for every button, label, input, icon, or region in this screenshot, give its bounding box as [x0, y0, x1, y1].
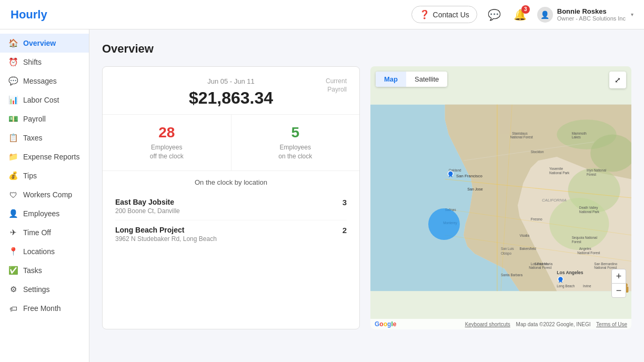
- topnav: Hourly ❓ Contact Us 💬 🔔 3 👤 Bonnie Roske…: [0, 0, 644, 29]
- app-logo: Hourly: [11, 8, 47, 22]
- sidebar-label-settings: Settings: [23, 285, 50, 294]
- avatar: 👤: [537, 7, 553, 23]
- location-details: East Bay Jobsite 200 Boone Ct, Danville: [115, 198, 180, 215]
- contact-us-button[interactable]: ❓ Contact Us: [411, 6, 477, 23]
- location-count: 2: [343, 226, 347, 235]
- svg-text:San Jose: San Jose: [467, 187, 483, 192]
- sidebar-label-shifts: Shifts: [23, 58, 42, 66]
- sidebar-item-workers-comp[interactable]: 🛡 Workers Comp: [0, 185, 89, 204]
- sidebar-item-locations[interactable]: 📍 Locations: [0, 242, 89, 261]
- svg-text:Salinas: Salinas: [445, 208, 456, 212]
- expand-icon: ⤢: [615, 76, 621, 84]
- sidebar-label-messages: Messages: [23, 77, 57, 85]
- zoom-in-button[interactable]: +: [611, 269, 626, 284]
- location-name: East Bay Jobsite: [115, 198, 180, 206]
- svg-text:Bakersfield: Bakersfield: [519, 247, 536, 250]
- svg-text:Los Padres: Los Padres: [531, 262, 548, 266]
- off-clock-label: Employeesoff the clock: [111, 143, 223, 161]
- user-menu[interactable]: 👤 Bonnie Roskes Owner - ABC Solutions In…: [537, 7, 633, 23]
- sidebar-label-tasks: Tasks: [23, 266, 42, 275]
- payroll-amount: $21,863.34: [115, 88, 347, 108]
- user-name: Bonnie Roskes: [557, 7, 626, 15]
- employee-stats: 28 Employeesoff the clock 5 Employeeson …: [103, 115, 359, 171]
- map-footer-info: Keyboard shortcuts Map data ©2022 Google…: [465, 321, 627, 327]
- svg-text:Yosemite: Yosemite: [549, 167, 563, 170]
- messages-icon-button[interactable]: 💬: [486, 6, 503, 23]
- svg-text:Santa Barbara: Santa Barbara: [501, 273, 522, 277]
- terms-of-use-link[interactable]: Terms of Use: [596, 321, 627, 327]
- map-tab-map[interactable]: Map: [376, 72, 406, 87]
- sidebar-item-payroll[interactable]: 💵 Payroll: [0, 109, 89, 128]
- on-clock-label: Employeeson the clock: [240, 143, 351, 161]
- map-tab-satellite[interactable]: Satellite: [406, 72, 447, 87]
- person-icon: 👤: [540, 11, 549, 19]
- off-clock-stat: 28 Employeesoff the clock: [103, 115, 232, 170]
- svg-text:National Park: National Park: [579, 210, 600, 214]
- page-title: Overview: [102, 42, 631, 56]
- svg-text:San Bernardino: San Bernardino: [594, 262, 618, 266]
- location-row: East Bay Jobsite 200 Boone Ct, Danville …: [115, 193, 347, 220]
- zoom-out-button[interactable]: −: [611, 283, 626, 298]
- sidebar-item-time-off[interactable]: ✈ Time Off: [0, 223, 89, 242]
- sidebar-item-expense-reports[interactable]: 📁 Expense Reports: [0, 147, 89, 166]
- google-logo: Google: [375, 320, 396, 328]
- sidebar-label-tips: Tips: [23, 172, 37, 180]
- folder-icon: 📁: [8, 152, 18, 162]
- svg-text:Death Valley: Death Valley: [579, 206, 598, 210]
- svg-text:San Francisco: San Francisco: [456, 174, 482, 178]
- svg-text:Monterey: Monterey: [443, 221, 457, 225]
- sidebar-item-shifts[interactable]: ⏰ Shifts: [0, 53, 89, 72]
- sidebar-label-overview: Overview: [23, 39, 56, 47]
- sidebar-label-taxes: Taxes: [23, 134, 43, 142]
- svg-text:Mammoth: Mammoth: [572, 132, 587, 135]
- chat-icon: 💬: [488, 9, 501, 21]
- on-clock-section: On the clock by location East Bay Jobsit…: [103, 171, 359, 255]
- sidebar-item-employees[interactable]: 👤 Employees: [0, 204, 89, 223]
- svg-text:Lakes: Lakes: [572, 135, 581, 139]
- sidebar-item-free-month[interactable]: 🏷 Free Month: [0, 299, 89, 318]
- sidebar-item-labor-cost[interactable]: 📊 Labor Cost: [0, 91, 89, 109]
- sidebar-item-taxes[interactable]: 📋 Taxes: [0, 128, 89, 147]
- app-body: 🏠 Overview ⏰ Shifts 💬 Messages 📊 Labor C…: [0, 29, 644, 362]
- location-details: Long Beach Project 3962 N Studebaker Rd,…: [115, 226, 217, 243]
- svg-text:Forest: Forest: [572, 240, 581, 244]
- svg-text:Obispo: Obispo: [501, 252, 512, 256]
- map-expand-button[interactable]: ⤢: [609, 72, 626, 88]
- sidebar-item-tips[interactable]: 💰 Tips: [0, 166, 89, 185]
- clock-icon: ⏰: [8, 57, 18, 67]
- location-row: Long Beach Project 3962 N Studebaker Rd,…: [115, 220, 347, 248]
- sidebar-item-tasks[interactable]: ✅ Tasks: [0, 261, 89, 280]
- home-icon: 🏠: [8, 38, 18, 48]
- sidebar-item-overview[interactable]: 🏠 Overview: [0, 34, 89, 53]
- svg-text:Sequoia National: Sequoia National: [572, 236, 597, 240]
- main-content: Overview CurrentPayroll Jun 05 - Jun 11 …: [89, 29, 644, 362]
- on-clock-by-location-title: On the clock by location: [115, 178, 347, 186]
- location-address: 200 Boone Ct, Danville: [115, 207, 180, 215]
- topnav-actions: ❓ Contact Us 💬 🔔 3 👤 Bonnie Roskes Owner…: [411, 6, 633, 23]
- person-icon: 👤: [8, 209, 18, 218]
- sidebar-item-messages[interactable]: 💬 Messages: [0, 72, 89, 91]
- sidebar-label-expense-reports: Expense Reports: [23, 153, 79, 161]
- sidebar-label-payroll: Payroll: [23, 115, 46, 123]
- sidebar-item-settings[interactable]: ⚙ Settings: [0, 280, 89, 299]
- svg-text:Angeles: Angeles: [579, 247, 591, 251]
- dollar-icon: 💵: [8, 114, 18, 124]
- map-data-label: Map data ©2022 Google, INEGI: [516, 321, 591, 327]
- shield-icon: 🛡: [8, 190, 18, 199]
- off-clock-count: 28: [111, 124, 223, 141]
- plane-icon: ✈: [8, 228, 18, 237]
- keyboard-shortcuts-link[interactable]: Keyboard shortcuts: [465, 321, 510, 327]
- svg-text:San Luis: San Luis: [501, 247, 514, 250]
- map-container: San Francisco San Jose Salinas Monterey …: [370, 66, 631, 329]
- payroll-card: CurrentPayroll Jun 05 - Jun 11 $21,863.3…: [102, 66, 360, 329]
- notifications-button[interactable]: 🔔 3: [511, 6, 529, 23]
- user-details: Bonnie Roskes Owner - ABC Solutions Inc: [557, 7, 626, 22]
- svg-text:Fresno: Fresno: [531, 217, 542, 222]
- svg-text:National Forest: National Forest: [529, 266, 551, 269]
- svg-text:National Park: National Park: [549, 171, 570, 175]
- clipboard-icon: 📋: [8, 133, 18, 143]
- svg-text:Stockton: Stockton: [531, 150, 544, 154]
- sidebar: 🏠 Overview ⏰ Shifts 💬 Messages 📊 Labor C…: [0, 29, 89, 362]
- svg-text:Stanislaus: Stanislaus: [512, 132, 527, 135]
- gear-icon: ⚙: [8, 285, 18, 294]
